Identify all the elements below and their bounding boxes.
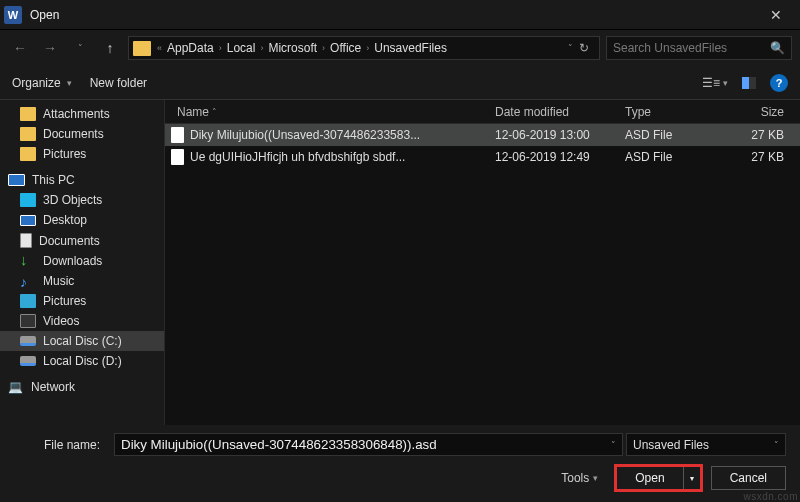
breadcrumb[interactable]: « AppData › Local › Microsoft › Office ›… — [128, 36, 600, 60]
chevron-down-icon: ▾ — [67, 78, 72, 88]
back-button[interactable]: ← — [8, 36, 32, 60]
cell-type: ASD File — [625, 128, 730, 142]
sidebar-network[interactable]: Network — [0, 377, 164, 397]
dialog-title: Open — [30, 8, 756, 22]
sidebar-thispc[interactable]: This PC — [0, 170, 164, 190]
sidebar-item[interactable]: Local Disc (D:) — [0, 351, 164, 371]
sidebar-item[interactable]: Attachments — [0, 104, 164, 124]
dl-icon — [20, 254, 36, 268]
sort-indicator: ˄ — [212, 107, 217, 117]
sidebar-item-label: Local Disc (C:) — [43, 334, 122, 348]
folder-icon — [20, 107, 36, 121]
tools-menu[interactable]: Tools ▾ — [561, 471, 598, 485]
sidebar-item[interactable]: Local Disc (C:) — [0, 331, 164, 351]
chevron-right-icon: « — [155, 43, 164, 53]
col-type[interactable]: Type — [625, 105, 730, 119]
search-placeholder: Search UnsavedFiles — [613, 41, 770, 55]
open-button[interactable]: Open ▾ — [616, 466, 700, 490]
close-button[interactable]: ✕ — [756, 7, 796, 23]
sidebar-item[interactable]: Music — [0, 271, 164, 291]
disk-icon — [20, 336, 36, 346]
table-row[interactable]: Ue dgUIHioJHficjh uh bfvdbshifgb sbdf...… — [165, 146, 800, 168]
sidebar-item-label: Videos — [43, 314, 79, 328]
network-icon — [8, 380, 24, 394]
file-list[interactable]: Diky Milujubio((Unsaved-3074486233583...… — [165, 124, 800, 425]
recent-chevron[interactable]: ˅ — [68, 36, 92, 60]
sidebar-item-label: Desktop — [43, 213, 87, 227]
body: AttachmentsDocumentsPicturesThis PC3D Ob… — [0, 100, 800, 425]
cell-name: Ue dgUIHioJHficjh uh bfvdbshifgb sbdf... — [171, 149, 495, 165]
sidebar-item-label: Music — [43, 274, 74, 288]
table-row[interactable]: Diky Milujubio((Unsaved-3074486233583...… — [165, 124, 800, 146]
file-icon — [171, 127, 184, 143]
watermark: wsxdn.com — [743, 491, 798, 502]
open-button-main[interactable]: Open — [617, 467, 683, 489]
sidebar-item-label: Documents — [43, 127, 104, 141]
file-icon — [171, 149, 184, 165]
crumb[interactable]: Local — [224, 41, 259, 55]
filename-history-dropdown[interactable]: ˅ — [611, 440, 616, 450]
sidebar-item[interactable]: 3D Objects — [0, 190, 164, 210]
chevron-right-icon: › — [320, 43, 327, 53]
sidebar-item[interactable]: Downloads — [0, 251, 164, 271]
disk-icon — [20, 356, 36, 366]
col-date[interactable]: Date modified — [495, 105, 625, 119]
sidebar-item[interactable]: Documents — [0, 230, 164, 251]
cell-date: 12-06-2019 12:49 — [495, 150, 625, 164]
crumb[interactable]: UnsavedFiles — [371, 41, 450, 55]
word-icon: W — [4, 6, 22, 24]
cell-type: ASD File — [625, 150, 730, 164]
filename-label: File name: — [14, 438, 104, 452]
sidebar-item[interactable]: Desktop — [0, 210, 164, 230]
col-name[interactable]: Name ˄ — [171, 105, 495, 119]
crumb[interactable]: AppData — [164, 41, 217, 55]
col-size[interactable]: Size — [730, 105, 800, 119]
organize-menu[interactable]: Organize ▾ — [12, 76, 72, 90]
toolbar: Organize ▾ New folder ☰≡ ▾ ? — [0, 66, 800, 100]
chevron-right-icon: › — [364, 43, 371, 53]
view-options-button[interactable]: ☰≡ ▾ — [702, 76, 728, 90]
sidebar-item[interactable]: Pictures — [0, 291, 164, 311]
sidebar-item-label: Documents — [39, 234, 100, 248]
open-dialog: W Open ✕ ← → ˅ ↑ « AppData › Local › Mic… — [0, 0, 800, 502]
refresh-button[interactable]: ↻ — [579, 41, 589, 55]
organize-label: Organize — [12, 76, 61, 90]
new-folder-button[interactable]: New folder — [90, 76, 147, 90]
music-icon — [20, 274, 36, 288]
chevron-right-icon: › — [217, 43, 224, 53]
up-button[interactable]: ↑ — [98, 36, 122, 60]
chevron-down-icon: ▾ — [593, 473, 598, 483]
filename-input[interactable] — [114, 433, 623, 456]
vid-icon — [20, 314, 36, 328]
footer: File name: ˅ Unsaved Files ˅ Tools ▾ Ope… — [0, 425, 800, 502]
sidebar-item-label: Attachments — [43, 107, 110, 121]
column-headers: Name ˄ Date modified Type Size — [165, 100, 800, 124]
sidebar-item-label: Network — [31, 380, 75, 394]
crumb[interactable]: Microsoft — [265, 41, 320, 55]
preview-pane-button[interactable] — [742, 77, 756, 89]
sidebar-item[interactable]: Videos — [0, 311, 164, 331]
sidebar-item-label: Pictures — [43, 294, 86, 308]
pic-icon — [20, 294, 36, 308]
desk-icon — [20, 215, 36, 226]
tools-label: Tools — [561, 471, 589, 485]
breadcrumb-dropdown[interactable]: ˅ — [568, 43, 573, 53]
sidebar-item-label: 3D Objects — [43, 193, 102, 207]
sidebar-item-label: This PC — [32, 173, 75, 187]
help-button[interactable]: ? — [770, 74, 788, 92]
pc-icon — [8, 174, 25, 186]
cell-size: 27 KB — [730, 128, 800, 142]
sidebar-item[interactable]: Pictures — [0, 144, 164, 164]
cell-name: Diky Milujubio((Unsaved-3074486233583... — [171, 127, 495, 143]
sidebar-item[interactable]: Documents — [0, 124, 164, 144]
file-type-filter[interactable]: Unsaved Files ˅ — [626, 433, 786, 456]
forward-button[interactable]: → — [38, 36, 62, 60]
sidebar-item-label: Downloads — [43, 254, 102, 268]
chevron-right-icon: › — [258, 43, 265, 53]
open-button-dropdown[interactable]: ▾ — [684, 474, 700, 483]
cancel-button[interactable]: Cancel — [711, 466, 786, 490]
3d-icon — [20, 193, 36, 207]
chevron-down-icon: ˅ — [774, 440, 779, 450]
search-input[interactable]: Search UnsavedFiles 🔍 — [606, 36, 792, 60]
crumb[interactable]: Office — [327, 41, 364, 55]
